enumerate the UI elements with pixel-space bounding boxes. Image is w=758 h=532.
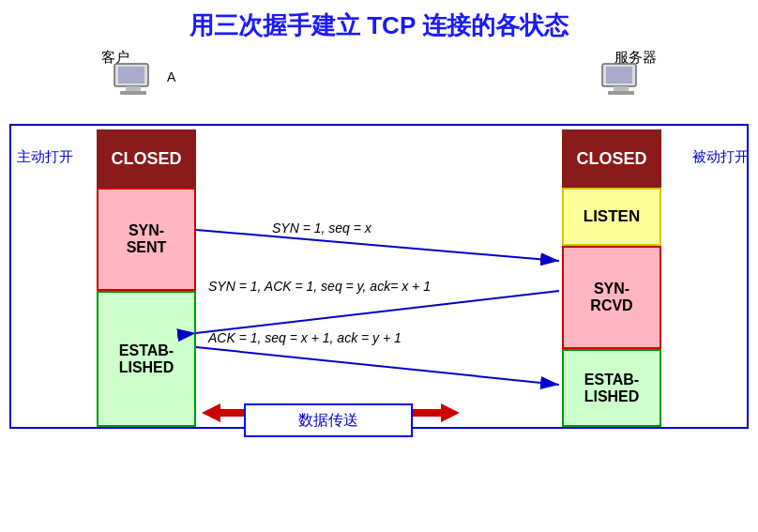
active-open-label: 主动打开 [17,148,73,166]
svg-rect-2 [126,86,141,91]
msg2-label: SYN = 1, ACK = 1, seq = y, ack= x + 1 [208,279,431,294]
closed-left-box: CLOSED [97,129,196,188]
syn-ack-arrow [196,291,559,333]
client-computer [111,62,156,101]
msg3-label: ACK = 1, seq = x + 1, ack = y + 1 [207,330,402,345]
syn-sent-box: SYN- SENT [97,188,196,291]
estab-right-box: ESTAB- LISHED [562,349,661,427]
data-transfer-box: 数据传送 [244,403,413,437]
closed-right-box: CLOSED [562,129,661,188]
passive-open-label: 被动打开 [692,148,749,166]
label-a: A [167,69,175,84]
svg-rect-7 [608,91,634,95]
page-title: 用三次握手建立 TCP 连接的各状态 [0,0,758,48]
ack-arrow [196,347,559,385]
syn-arrow [196,230,559,261]
msg1-label: SYN = 1, seq = x [272,220,372,236]
estab-left-box: ESTAB- LISHED [97,291,196,427]
listen-box: LISTEN [562,188,661,246]
server-computer [599,62,644,101]
svg-rect-1 [118,67,144,84]
svg-rect-6 [614,86,629,91]
svg-rect-3 [120,91,146,95]
svg-rect-5 [606,67,632,84]
syn-rcvd-box: SYN- RCVD [562,246,661,349]
